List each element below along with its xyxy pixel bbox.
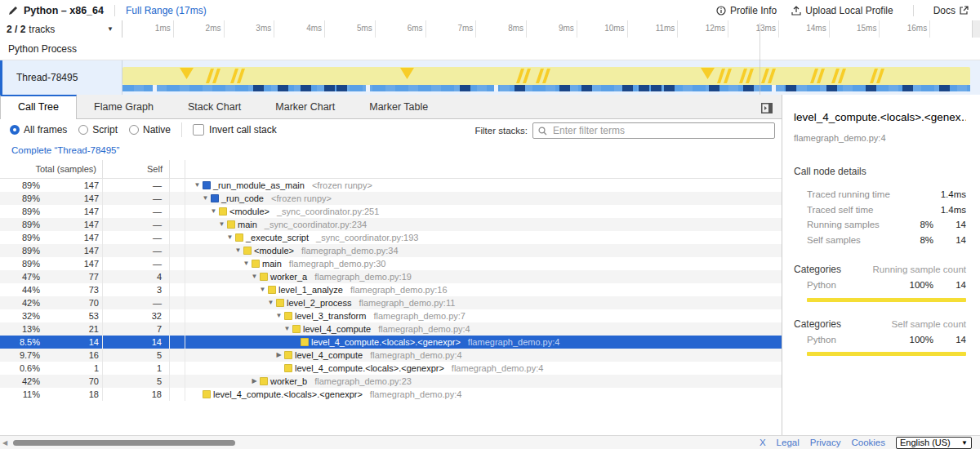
category-bar bbox=[807, 298, 966, 302]
frame-name: level_4_compute.<locals>.<genexpr> bbox=[295, 362, 444, 375]
sidebar: level_4_compute.<locals>.<genex… flamegr… bbox=[782, 95, 980, 435]
call-tree-row[interactable]: 44%733▼level_1_analyzeflamegraph_demo.py… bbox=[0, 283, 782, 296]
thread-track-canvas[interactable] bbox=[122, 60, 972, 95]
collapsed-triangle-icon[interactable]: ▶ bbox=[274, 349, 284, 362]
footer-close-link[interactable]: X bbox=[760, 438, 766, 447]
frame-name: main bbox=[238, 218, 257, 231]
ruler-tick: 6ms bbox=[425, 20, 426, 38]
expanded-triangle-icon[interactable]: ▼ bbox=[274, 309, 284, 322]
expanded-triangle-icon[interactable]: ▼ bbox=[192, 179, 203, 192]
sidebar-categories: CategoriesRunning sample countPython100%… bbox=[794, 261, 966, 356]
horizontal-scrollbar-thumb[interactable] bbox=[13, 440, 235, 446]
upload-icon bbox=[791, 6, 801, 16]
dropdown-caret-icon: ▼ bbox=[107, 25, 114, 33]
tab-stack-chart[interactable]: Stack Chart bbox=[171, 95, 258, 118]
sidebar-node-file: flamegraph_demo.py:4 bbox=[794, 133, 966, 143]
frame-name: level_4_compute bbox=[295, 349, 363, 362]
ruler-tick: 5ms bbox=[375, 20, 376, 38]
collapsed-triangle-icon[interactable]: ▶ bbox=[249, 375, 260, 388]
sidebar-category-block: CategoriesRunning sample countPython100%… bbox=[794, 261, 966, 302]
call-tree-row[interactable]: 13%217▼level_4_computeflamegraph_demo.py… bbox=[0, 322, 782, 336]
tab-marker-table[interactable]: Marker Table bbox=[352, 95, 445, 118]
call-tree-row[interactable]: 11%1818level_4_compute.<locals>.<genexpr… bbox=[0, 388, 782, 401]
frame-name: level_3_transform bbox=[295, 309, 366, 322]
call-tree-row[interactable]: 89%147—▼_execute_script_sync_coordinator… bbox=[0, 231, 782, 244]
yellow-frame-icon bbox=[276, 299, 284, 307]
call-tree-row[interactable]: 42%705▶worker_bflamegraph_demo.py:23 bbox=[0, 375, 782, 388]
call-tree-row[interactable]: 89%147—▼_run_module_as_main<frozen runpy… bbox=[0, 179, 782, 192]
tab-flame-graph[interactable]: Flame Graph bbox=[77, 95, 171, 118]
yellow-frame-icon bbox=[203, 390, 211, 398]
language-select[interactable]: English (US) ▼ bbox=[896, 437, 972, 449]
sidebar-section-title: Call node details bbox=[794, 166, 966, 177]
radio-script[interactable]: Script bbox=[78, 124, 118, 136]
call-tree-row[interactable]: 89%147—▼<module>flamegraph_demo.py:34 bbox=[0, 244, 782, 257]
tab-call-tree[interactable]: Call Tree bbox=[0, 95, 77, 119]
timeline-ruler-row: 2 / 2 tracks ▼ 1ms2ms3ms4ms5ms6ms7ms8ms9… bbox=[0, 20, 980, 38]
radio-native[interactable]: Native bbox=[129, 124, 171, 136]
call-tree-row[interactable]: 32%5332▼level_3_transformflamegraph_demo… bbox=[0, 309, 782, 322]
footer-link-legal[interactable]: Legal bbox=[777, 438, 800, 447]
column-header-total[interactable]: Total (samples) bbox=[0, 160, 103, 178]
call-tree-row[interactable]: 89%147—▼main_sync_coordinator.py:234 bbox=[0, 218, 782, 231]
call-tree-row[interactable]: 9.7%165▶level_4_computeflamegraph_demo.p… bbox=[0, 349, 782, 362]
upload-profile-button[interactable]: Upload Local Profile bbox=[791, 5, 893, 16]
profile-info-button[interactable]: Profile Info bbox=[716, 5, 777, 16]
footer-link-cookies[interactable]: Cookies bbox=[851, 438, 885, 447]
call-tree-row[interactable]: 47%774▼worker_aflamegraph_demo.py:19 bbox=[0, 270, 782, 283]
yellow-frame-icon bbox=[284, 364, 292, 372]
expanded-triangle-icon[interactable]: ▼ bbox=[200, 192, 211, 205]
footer-link-privacy[interactable]: Privacy bbox=[810, 438, 841, 447]
frame-file: <frozen runpy> bbox=[271, 192, 332, 205]
frame-name: _execute_script bbox=[246, 231, 309, 244]
tab-marker-chart[interactable]: Marker Chart bbox=[258, 95, 352, 118]
expand-spacer bbox=[192, 388, 203, 401]
expanded-triangle-icon[interactable]: ▼ bbox=[282, 322, 292, 336]
header-divider-2 bbox=[913, 5, 914, 16]
ruler-tick: 8ms bbox=[526, 20, 527, 38]
edit-profile-name-icon[interactable] bbox=[8, 6, 18, 16]
filter-stacks-input[interactable] bbox=[551, 124, 769, 137]
expanded-triangle-icon[interactable]: ▼ bbox=[241, 257, 252, 270]
frame-name: worker_b bbox=[270, 375, 307, 388]
filter-stacks-label: Filter stacks: bbox=[474, 126, 528, 136]
expanded-triangle-icon[interactable]: ▼ bbox=[249, 270, 260, 283]
expanded-triangle-icon[interactable]: ▼ bbox=[216, 218, 227, 231]
expanded-triangle-icon[interactable]: ▼ bbox=[208, 205, 219, 218]
call-tree-row[interactable]: 42%70—▼level_2_processflamegraph_demo.py… bbox=[0, 296, 782, 309]
sidebar-metric-row: Traced running time1.4ms bbox=[794, 187, 966, 202]
external-link-icon bbox=[960, 6, 969, 15]
expanded-triangle-icon[interactable]: ▼ bbox=[225, 231, 235, 244]
ruler-tick: 15ms bbox=[879, 20, 880, 38]
radio-icon bbox=[129, 125, 139, 135]
call-tree-row[interactable]: 89%147—▼<module>_sync_coordinator.py:251 bbox=[0, 205, 782, 218]
frame-name: level_4_compute bbox=[303, 322, 371, 336]
call-tree-row[interactable]: 89%147—▼_run_code<frozen runpy> bbox=[0, 192, 782, 205]
column-header-self[interactable]: Self bbox=[103, 160, 170, 178]
frame-file: flamegraph_demo.py:23 bbox=[314, 375, 412, 388]
track-python-process[interactable]: Python Process bbox=[0, 38, 980, 60]
call-tree-row[interactable]: 0.6%11level_4_compute.<locals>.<genexpr>… bbox=[0, 362, 782, 375]
expanded-triangle-icon[interactable]: ▼ bbox=[265, 296, 276, 309]
sidebar-toggle-button[interactable] bbox=[761, 102, 773, 113]
calltree-toolbar: All framesScriptNative Invert call stack… bbox=[0, 119, 782, 140]
call-tree-row[interactable]: 8.5%1414level_4_compute.<locals>.<genexp… bbox=[0, 336, 782, 349]
tracks-dropdown[interactable]: 2 / 2 tracks ▼ bbox=[0, 20, 122, 38]
expanded-triangle-icon[interactable]: ▼ bbox=[257, 283, 268, 296]
call-tree-body: 89%147—▼_run_module_as_main<frozen runpy… bbox=[0, 179, 782, 401]
footer-links: XLegalPrivacyCookies bbox=[760, 438, 885, 447]
full-range-button[interactable]: Full Range (17ms) bbox=[126, 5, 207, 16]
breadcrumb-complete-thread[interactable]: Complete “Thread-78495” bbox=[11, 145, 119, 155]
docs-button[interactable]: Docs bbox=[933, 5, 969, 16]
invert-call-stack-checkbox[interactable]: Invert call stack bbox=[193, 124, 277, 136]
scroll-left-arrow-icon[interactable]: ◀ bbox=[2, 439, 7, 447]
thread-track-label[interactable]: Thread-78495 bbox=[0, 60, 122, 95]
frame-file: flamegraph_demo.py:4 bbox=[370, 388, 462, 401]
expanded-triangle-icon[interactable]: ▼ bbox=[233, 244, 243, 257]
frame-name: level_2_process bbox=[287, 296, 352, 309]
call-tree-row[interactable]: 89%147—▼mainflamegraph_demo.py:30 bbox=[0, 257, 782, 270]
timeline-ruler[interactable]: 1ms2ms3ms4ms5ms6ms7ms8ms9ms10ms11ms12ms1… bbox=[122, 20, 972, 38]
ruler-tick: 16ms bbox=[929, 20, 930, 38]
frame-file: _sync_coordinator.py:234 bbox=[265, 218, 367, 231]
radio-all-frames[interactable]: All frames bbox=[10, 124, 67, 136]
